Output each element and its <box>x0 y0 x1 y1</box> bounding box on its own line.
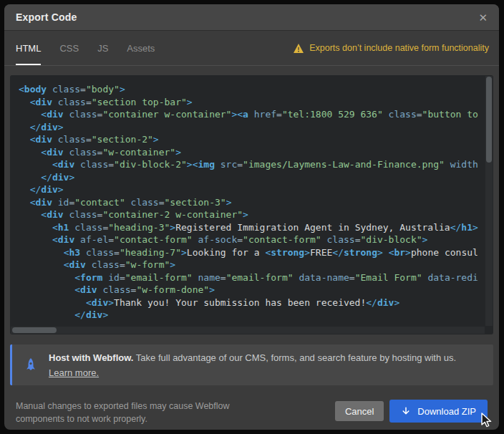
code-line: <div id="contact" class="section-3"> <box>19 196 485 209</box>
code-line: </div> <box>19 309 485 322</box>
cancel-button[interactable]: Cancel <box>335 401 384 421</box>
code-line: <div>Thank you! Your submission has been… <box>19 296 485 309</box>
close-icon[interactable]: ✕ <box>478 12 488 23</box>
code-line: <div class="w-form"> <box>19 259 485 271</box>
code-line: <div class="section-2"> <box>19 133 485 146</box>
code-line: <div class="w-form-done"> <box>19 284 485 296</box>
tab-assets[interactable]: Assets <box>127 31 155 65</box>
banner-text: Host with Webflow. Take full advantage o… <box>49 350 493 380</box>
rocket-icon <box>23 357 39 373</box>
learn-more-link[interactable]: Learn more. <box>49 365 99 380</box>
download-zip-button[interactable]: Download ZIP <box>389 400 488 423</box>
footer-note: Manual changes to exported files may cau… <box>16 400 259 425</box>
tabs-row: HTML CSS JS Assets Exports don’t include… <box>4 31 499 66</box>
download-icon <box>401 406 411 417</box>
tab-css[interactable]: CSS <box>59 31 79 65</box>
banner-description: Take full advantage of our CMS, forms, a… <box>136 352 456 363</box>
code-line: <div class="container w-container"><a hr… <box>19 108 485 121</box>
export-code-dialog: Export Code ✕ HTML CSS JS Assets Exports… <box>4 4 499 430</box>
code-line: <body class="body"> <box>19 83 485 96</box>
code-line: <h3 class="heading-7">Looking for a <str… <box>19 246 485 259</box>
warning-icon <box>294 44 304 53</box>
code-vertical-scrollbar[interactable] <box>485 76 493 326</box>
code-line: <div af-el="contact-form" af-sock="conta… <box>19 233 485 246</box>
form-warning: Exports don’t include native form functi… <box>294 31 489 65</box>
host-banner: Host with Webflow. Take full advantage o… <box>10 344 493 385</box>
code-lines: <body class="body"> <div class="section … <box>10 75 493 329</box>
code-line: </div> <box>19 183 485 196</box>
warning-text: Exports don’t include native form functi… <box>309 43 489 53</box>
tab-html[interactable]: HTML <box>16 31 41 65</box>
dialog-titlebar: Export Code ✕ <box>4 4 499 31</box>
code-line: </div> <box>19 171 485 184</box>
code-line: <div class="section top-bar"> <box>19 96 485 109</box>
dialog-title: Export Code <box>16 11 77 23</box>
screen: { "window": { "title": "Export Code", "c… <box>0 0 504 434</box>
code-line: <div class="w-container"> <box>19 146 485 159</box>
code-line: <div class="div-block-2"><img src="image… <box>19 158 485 171</box>
code-line: <form id="email-form" name="email-form" … <box>19 271 485 284</box>
code-horizontal-scrollbar[interactable] <box>11 327 485 334</box>
tab-list: HTML CSS JS Assets <box>16 31 155 65</box>
dialog-footer: Manual changes to exported files may cau… <box>4 400 499 425</box>
code-editor[interactable]: <body class="body"> <div class="section … <box>10 75 493 334</box>
code-line: <div class="container-2 w-container"> <box>19 208 485 221</box>
code-line: </div> <box>19 121 485 134</box>
horizontal-scrollbar-thumb[interactable] <box>12 327 57 333</box>
footer-buttons: Cancel Download ZIP <box>335 400 488 423</box>
tab-js[interactable]: JS <box>97 31 108 65</box>
download-button-label: Download ZIP <box>417 406 476 417</box>
vertical-scrollbar-thumb[interactable] <box>486 77 492 163</box>
code-line: <h1 class="heading-3">Registered Immigra… <box>19 221 485 234</box>
banner-title: Host with Webflow. <box>49 352 133 363</box>
